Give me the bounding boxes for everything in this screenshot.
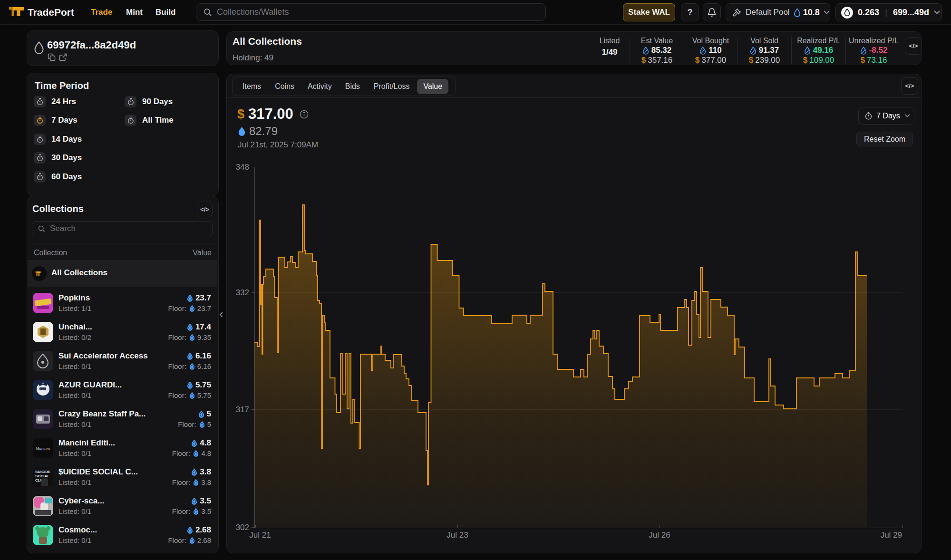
svg-text:317: 317	[236, 405, 249, 414]
svg-text:Jul 26: Jul 26	[649, 531, 670, 540]
svg-text:Jul 29: Jul 29	[881, 531, 902, 540]
svg-text:332: 332	[236, 288, 249, 297]
svg-text:302: 302	[236, 523, 249, 532]
svg-text:Jul 23: Jul 23	[446, 531, 468, 540]
svg-text:348: 348	[236, 163, 249, 172]
svg-text:Jul 21: Jul 21	[249, 531, 271, 540]
